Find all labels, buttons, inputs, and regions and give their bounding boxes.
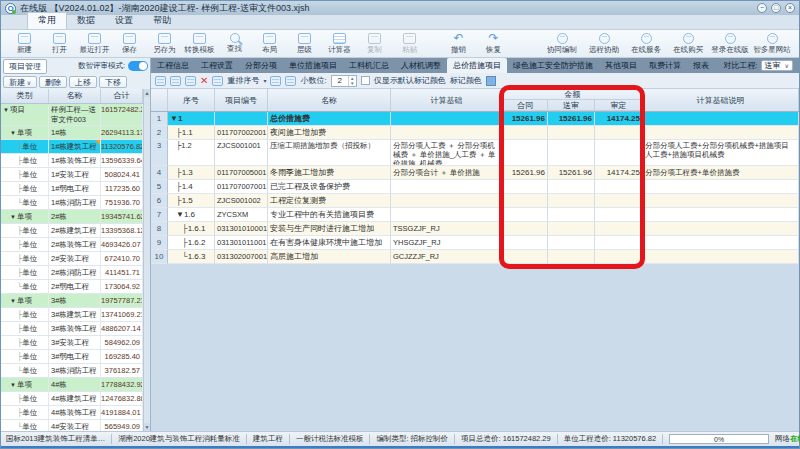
tree-row[interactable]: ▼单项2#栋19345741.62 xyxy=(1,210,143,224)
table-row[interactable]: 9├1.6.2031301011001在有害身体健康环境中施工增加YHSGZJF… xyxy=(151,236,799,250)
close-icon[interactable]: × xyxy=(785,3,795,13)
expand-all-icon[interactable] xyxy=(270,76,281,86)
expand-triangle-icon[interactable]: ▼ xyxy=(3,107,9,113)
toolbar-button-恢复[interactable]: ↷恢复 xyxy=(476,30,511,57)
tree-row[interactable]: ├单位2#栋装饰工程4693426.07 xyxy=(1,238,143,252)
toolbar-button-新建[interactable]: 新建 xyxy=(7,30,42,57)
tree-row[interactable]: ├单位1#安装工程508024.41 xyxy=(1,168,143,182)
insert-row-icon[interactable] xyxy=(155,76,166,86)
toolbar-button-在线购买[interactable]: 在线购买 xyxy=(667,30,709,57)
tree-row[interactable]: ├单位4#栋装饰工程4191884.01 xyxy=(1,406,143,420)
toolbar-button-布局[interactable]: 布局 xyxy=(252,30,287,57)
compare-dropdown[interactable]: 送审∨ xyxy=(761,60,793,71)
ribbon-tab-数据[interactable]: 数据 xyxy=(67,13,105,29)
module-tab-其他项目[interactable]: 其他项目 xyxy=(599,58,643,73)
tree-row[interactable]: ├单位2#安装工程672410.70 xyxy=(1,252,143,266)
table-row[interactable]: 10└1.6.3031302007001高层施工增加GCJZZJF_RJ xyxy=(151,250,799,264)
module-tab-单位措施项目[interactable]: 单位措施项目 xyxy=(283,58,343,73)
ribbon-tab-设置[interactable]: 设置 xyxy=(105,13,143,29)
delete-row-icon[interactable]: ✕ xyxy=(200,76,208,86)
toolbar-button-计算器[interactable]: 计算器 xyxy=(322,30,357,57)
tree-row[interactable]: └单位2#弱电工程173064.92 xyxy=(1,280,143,294)
sidebar-button-下移[interactable]: 下移 xyxy=(99,76,127,88)
tree-row[interactable]: ├单位2#栋消防工程411451.71 xyxy=(1,266,143,280)
table-row[interactable]: 8├1.6.1031301010001安装与生产同时进行施工增加TSSGZJF_… xyxy=(151,222,799,236)
toolbar-button-在线服务[interactable]: 在线服务 xyxy=(625,30,667,57)
tree-row[interactable]: ├单位1#弱电工程117235.60 xyxy=(1,182,143,196)
tree-row[interactable]: ├单位3#栋建筑工程13741069.21 xyxy=(1,308,143,322)
tree-row-name: 2#安装工程 xyxy=(49,252,101,265)
ribbon-tab-帮助[interactable]: 帮助 xyxy=(143,13,181,29)
tree-row[interactable]: ▼单项1#栋26294113.17 xyxy=(1,126,143,140)
expand-triangle-icon[interactable]: ▼ xyxy=(10,382,16,388)
module-tab-总价措施项目[interactable]: 总价措施项目 xyxy=(447,58,507,73)
tree-row[interactable]: ├单位2#栋建筑工程13395368.12 xyxy=(1,224,143,238)
toolbar-button-登录在线版[interactable]: 登录在线版 xyxy=(709,30,751,57)
tree-row[interactable]: ├单位3#栋装饰工程4886207.14 xyxy=(1,322,143,336)
module-tab-人材机调整[interactable]: 人材机调整 xyxy=(395,58,447,73)
ribbon-tab-常用[interactable]: 常用 xyxy=(27,12,67,29)
table-row[interactable]: 2├1.1011707002001夜间施工增加费 xyxy=(151,126,799,140)
cell-seq: ├1.6.2 xyxy=(168,236,215,250)
toolbar-button-协同编制[interactable]: 协同编制 xyxy=(541,30,583,57)
mark-color-swatch[interactable] xyxy=(486,76,496,86)
table-row[interactable]: 4├1.3011707005001冬雨季施工增加费分部分项合计 ＋ 单价措施15… xyxy=(151,166,799,180)
reorder-label[interactable]: 重排序号 xyxy=(227,75,259,86)
table-row[interactable]: 1▼1总价措施费15261.9615261.9614174.25 xyxy=(151,112,799,126)
toolbar-button-查找[interactable]: 查找 xyxy=(217,30,252,57)
tree-row[interactable]: ├单位3#弱电工程169285.40 xyxy=(1,350,143,364)
toolbar-button-远程协助[interactable]: 远程协助 xyxy=(583,30,625,57)
module-tab-绿色施工安全防护措施[interactable]: 绿色施工安全防护措施 xyxy=(507,58,599,73)
toolbar-button-撤销[interactable]: ↶撤销 xyxy=(441,30,476,57)
toolbar-button-智多星网站[interactable]: 智多星网站 xyxy=(751,30,793,57)
project-manage-button[interactable]: 项目管理 xyxy=(3,59,47,74)
table-row[interactable]: 3├1.2ZJCS001001压缩工期措施增加费（招投标）分部分项人工费 ＋ 分… xyxy=(151,140,799,166)
tree-row[interactable]: ├单位3#安装工程584962.09 xyxy=(1,336,143,350)
tree-row[interactable]: └单位1#栋消防工程751936.70 xyxy=(1,196,143,210)
collapse-all-icon[interactable] xyxy=(285,76,296,86)
toolbar-button-层级[interactable]: 层级 xyxy=(287,30,322,57)
sidebar-button-删除[interactable]: 删除 xyxy=(39,76,67,88)
module-tab-工程设置[interactable]: 工程设置 xyxy=(195,58,239,73)
tree-row[interactable]: ▼单项3#栋19757787.21 xyxy=(1,294,143,308)
sidebar-button-新建[interactable]: 新建 ∨ xyxy=(3,76,37,88)
scroll-up-icon[interactable]: ▲ xyxy=(144,89,150,97)
decimal-spinner[interactable]: 2 ▲▼ xyxy=(331,75,357,87)
insert-child-icon[interactable] xyxy=(170,76,181,86)
toolbar-button-另存为[interactable]: 另存为 xyxy=(147,30,182,57)
tree-row[interactable]: ├单位1#栋装饰工程13596339.64 xyxy=(1,154,143,168)
only-default-checkbox[interactable] xyxy=(361,76,370,85)
scroll-down-icon[interactable]: ▼ xyxy=(144,423,150,431)
tree-row[interactable]: ▼单项4#栋17788432.92 xyxy=(1,378,143,392)
module-tab-工料机汇总[interactable]: 工料机汇总 xyxy=(343,58,395,73)
toolbar-button-最近打开[interactable]: 最近打开 xyxy=(77,30,112,57)
tree-row[interactable]: └单位3#栋消防工程376182.57 xyxy=(1,364,143,378)
toolbar-button-转换模板[interactable]: 转换模板 xyxy=(182,30,217,57)
mark-color-label[interactable]: 标记颜色 xyxy=(450,75,482,86)
sidebar-button-上移[interactable]: 上移 xyxy=(69,76,97,88)
maximize-icon[interactable]: □ xyxy=(771,3,781,13)
table-row[interactable]: 7▼1.6ZYCSXM专业工程中的有关措施项目费 xyxy=(151,208,799,222)
toolbar-button-打开[interactable]: 打开 xyxy=(42,30,77,57)
module-tab-取费计算[interactable]: 取费计算 xyxy=(643,58,687,73)
tree-row[interactable]: └单位4#安装工程565949.09 xyxy=(1,420,143,431)
table-row[interactable]: 5├1.4011707007001已完工程及设备保护费 xyxy=(151,180,799,194)
expand-triangle-icon[interactable]: ▼ xyxy=(10,214,16,220)
reorder-caret-icon[interactable]: ▾ xyxy=(263,77,266,84)
minimize-icon[interactable]: − xyxy=(757,3,767,13)
module-tab-报表[interactable]: 报表 xyxy=(687,58,715,73)
reorder-icon[interactable] xyxy=(212,76,223,86)
tree-row[interactable]: ├单位1#栋建筑工程11320576.82 xyxy=(1,140,143,154)
list-view-icon[interactable] xyxy=(185,76,196,86)
toolbar-button-保存[interactable]: 保存 xyxy=(112,30,147,57)
expand-triangle-icon[interactable]: ▼ xyxy=(10,298,16,304)
expand-triangle-icon[interactable]: ▼ xyxy=(10,130,16,136)
tree-row[interactable]: ▼项目样例工程—送审文件003161572482.29 xyxy=(1,104,143,126)
table-row[interactable]: 6├1.5ZJCS001002工程定位复测费 xyxy=(151,194,799,208)
smart-review-toggle[interactable] xyxy=(128,61,148,71)
tree-row[interactable]: ├单位4#栋建筑工程12476832.88 xyxy=(1,392,143,406)
tree-scrollbar[interactable]: ▲ ▼ xyxy=(143,89,150,431)
paste-icon xyxy=(403,33,416,44)
module-tab-工程信息[interactable]: 工程信息 xyxy=(151,58,195,73)
module-tab-分部分项[interactable]: 分部分项 xyxy=(239,58,283,73)
